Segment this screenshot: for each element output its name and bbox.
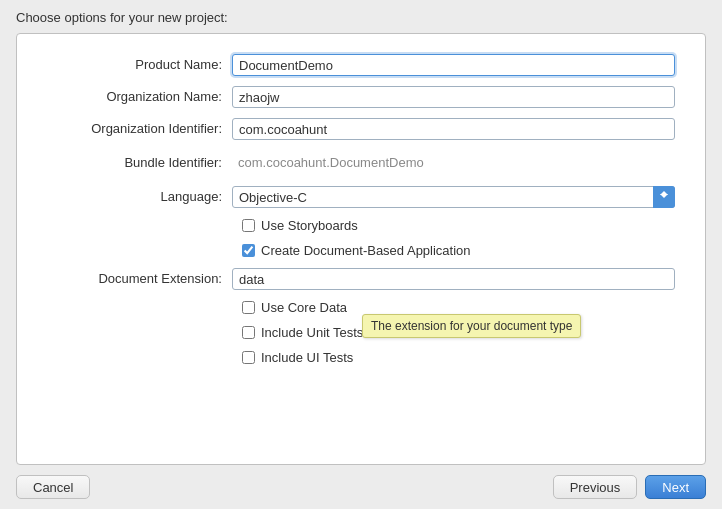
include-ui-tests-row: Include UI Tests <box>47 350 675 365</box>
doc-extension-input[interactable] <box>232 268 675 290</box>
language-select-wrapper: Objective-C Swift <box>232 186 675 208</box>
tooltip: The extension for your document type <box>362 314 581 338</box>
create-doc-app-checkbox[interactable] <box>242 244 255 257</box>
org-name-input[interactable] <box>232 86 675 108</box>
org-name-row: Organization Name: <box>47 86 675 108</box>
include-ui-tests-checkbox[interactable] <box>242 351 255 364</box>
create-doc-app-label: Create Document-Based Application <box>261 243 471 258</box>
org-name-label: Organization Name: <box>47 86 232 108</box>
use-core-data-checkbox[interactable] <box>242 301 255 314</box>
language-label: Language: <box>47 186 232 208</box>
next-button[interactable]: Next <box>645 475 706 499</box>
language-row: Language: Objective-C Swift <box>47 186 675 208</box>
use-storyboards-checkbox[interactable] <box>242 219 255 232</box>
product-name-row: Product Name: <box>47 54 675 76</box>
bundle-id-row: Bundle Identifier: com.cocoahunt.Documen… <box>47 150 675 176</box>
use-storyboards-label: Use Storyboards <box>261 218 358 233</box>
doc-extension-row: Document Extension: <box>47 268 675 290</box>
include-unit-tests-checkbox[interactable] <box>242 326 255 339</box>
product-name-input[interactable] <box>232 54 675 76</box>
language-select[interactable]: Objective-C Swift <box>232 186 675 208</box>
org-id-row: Organization Identifier: <box>47 118 675 140</box>
use-core-data-row: Use Core Data <box>47 300 675 315</box>
cancel-button[interactable]: Cancel <box>16 475 90 499</box>
use-storyboards-row: Use Storyboards <box>47 218 675 233</box>
form-panel: Product Name: Organization Name: Organiz… <box>16 33 706 465</box>
instruction-text: Choose options for your new project: <box>0 0 722 33</box>
bundle-id-value: com.cocoahunt.DocumentDemo <box>232 150 675 176</box>
use-core-data-label: Use Core Data <box>261 300 347 315</box>
form-rows: Product Name: Organization Name: Organiz… <box>17 54 705 365</box>
bundle-id-label: Bundle Identifier: <box>47 152 232 174</box>
bottom-bar: Cancel Previous Next <box>0 465 722 509</box>
org-id-input[interactable] <box>232 118 675 140</box>
nav-button-group: Previous Next <box>553 475 706 499</box>
previous-button[interactable]: Previous <box>553 475 638 499</box>
doc-extension-label: Document Extension: <box>47 268 232 290</box>
include-unit-tests-label: Include Unit Tests <box>261 325 363 340</box>
org-id-label: Organization Identifier: <box>47 118 232 140</box>
main-content: Product Name: Organization Name: Organiz… <box>0 33 722 465</box>
create-doc-app-row: Create Document-Based Application <box>47 243 675 258</box>
include-ui-tests-label: Include UI Tests <box>261 350 353 365</box>
product-name-label: Product Name: <box>47 54 232 76</box>
